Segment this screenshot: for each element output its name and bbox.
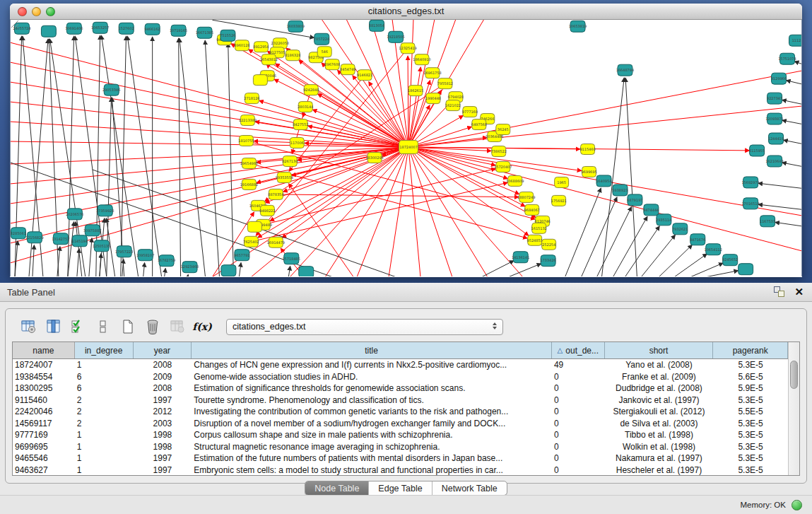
application-window: citations_edges.txt 18724007946582289601… xyxy=(0,0,812,514)
delete-table-button[interactable] xyxy=(143,317,162,336)
table-cell: 6 xyxy=(75,371,134,383)
table-cell: Stergiakouli et al. (2012) xyxy=(605,406,714,418)
close-window-icon[interactable] xyxy=(18,7,27,16)
table-cell: 1 xyxy=(75,441,134,453)
table-cell: 18724007 xyxy=(13,359,75,371)
table-row[interactable]: 946362711997Embryonic stem cells: a mode… xyxy=(13,465,788,477)
table-panel: Table Panel ✕ xyxy=(0,283,812,514)
table-row[interactable]: 1938455462009Genome-wide association stu… xyxy=(13,371,788,383)
table-cell: 2 xyxy=(75,418,134,430)
table-cell: 5.9E-5 xyxy=(713,382,788,395)
column-header-in_degree[interactable]: in_degree xyxy=(75,342,134,358)
table-cell: 9699695 xyxy=(13,441,75,453)
table-header-row: namein_degreeyeartitle△out_de...shortpag… xyxy=(13,342,788,359)
table-settings-button[interactable] xyxy=(20,317,38,336)
table-row[interactable]: 1456911722003Disruption of a novel membe… xyxy=(13,418,788,430)
table-row[interactable]: 911546021997Tourette syndrome. Phenomeno… xyxy=(13,395,788,407)
table-row[interactable]: 2242004622012Investigating the contribut… xyxy=(13,406,788,418)
tab-edge-table[interactable]: Edge Table xyxy=(368,481,431,495)
table-cell: Genome-wide association studies in ADHD. xyxy=(192,371,552,383)
table-row[interactable]: 1872400712008Changes of HCN gene express… xyxy=(13,359,788,371)
new-table-button[interactable] xyxy=(119,317,137,336)
table-toolbar: f(x) citations_edges.txt xyxy=(6,315,806,338)
node-table: namein_degreeyeartitle△out_de...shortpag… xyxy=(12,341,800,476)
scrollbar-thumb[interactable] xyxy=(790,361,798,389)
dropdown-stepper-icon xyxy=(493,322,497,329)
table-cell: Nakamura et al. (1997) xyxy=(605,452,714,465)
select-all-columns-button[interactable] xyxy=(69,317,88,336)
table-cell: Investigating the contribution of common… xyxy=(192,406,552,418)
table-cell: 0 xyxy=(552,371,605,383)
table-cell: 9463627 xyxy=(13,465,75,477)
table-cell: 2008 xyxy=(134,359,192,371)
table-cell: 0 xyxy=(552,441,605,453)
table-vertical-scrollbar[interactable] xyxy=(788,342,799,475)
column-visibility-button[interactable] xyxy=(45,317,63,336)
table-cell: 5.5E-5 xyxy=(713,406,788,418)
zoom-window-icon[interactable] xyxy=(46,7,55,16)
fx-icon: f(x) xyxy=(192,321,212,332)
network-canvas[interactable]: 1872400794658228960128891295423226058912… xyxy=(10,20,802,276)
resize-grip-icon[interactable] xyxy=(10,20,800,275)
minimize-window-icon[interactable] xyxy=(32,7,41,16)
column-header-short[interactable]: short xyxy=(605,342,714,358)
table-cell: Tourette syndrome. Phenomenology and cla… xyxy=(192,395,552,407)
table-cell: 0 xyxy=(552,406,605,418)
column-header-title[interactable]: title xyxy=(192,342,552,358)
table-cell: Corpus callosum shape and size in male p… xyxy=(192,429,552,441)
column-header-name[interactable]: name xyxy=(13,342,75,358)
table-cell: Estimation of the future numbers of pati… xyxy=(192,452,552,465)
table-cell: 0 xyxy=(552,418,605,430)
row-height-button[interactable] xyxy=(94,317,112,336)
status-bar: Memory: OK xyxy=(0,495,812,514)
table-cell: 2 xyxy=(75,395,134,407)
table-cell: Embryonic stem cells: a model to study s… xyxy=(192,465,552,477)
network-window-titlebar[interactable]: citations_edges.txt xyxy=(10,4,802,20)
table-cell: Wolkin et al. (1998) xyxy=(605,441,714,453)
function-builder-button[interactable]: f(x) xyxy=(193,317,211,336)
table-cell: Yano et al. (2008) xyxy=(605,359,714,371)
table-cell: 5.3E-5 xyxy=(713,452,788,465)
tab-node-table[interactable]: Node Table xyxy=(305,481,368,495)
network-window-title: citations_edges.txt xyxy=(10,4,802,19)
table-cell: de Silva et al. (2003) xyxy=(605,418,714,430)
table-cell: 19384554 xyxy=(13,371,75,383)
table-row[interactable]: 969969511998Structural magnetic resonanc… xyxy=(13,441,788,453)
float-panel-icon[interactable] xyxy=(774,286,784,297)
table-cell: 9465546 xyxy=(13,452,75,465)
table-body: 1872400712008Changes of HCN gene express… xyxy=(13,359,788,476)
table-cell: Disruption of a novel member of a sodium… xyxy=(192,418,552,430)
table-selector-dropdown[interactable]: citations_edges.txt xyxy=(226,319,503,335)
table-cell: 1997 xyxy=(134,395,192,407)
column-header-year[interactable]: year xyxy=(134,342,192,358)
tab-network-table[interactable]: Network Table xyxy=(432,481,507,495)
column-header-out_de[interactable]: △out_de... xyxy=(552,342,605,358)
table-cell: Structural magnetic resonance image aver… xyxy=(192,441,552,453)
table-cell: 14569117 xyxy=(13,418,75,430)
table-cell: 2003 xyxy=(134,418,192,430)
table-cell: 2 xyxy=(75,406,134,418)
table-cell: Franke et al. (2009) xyxy=(605,371,714,383)
network-window: citations_edges.txt 18724007946582289601… xyxy=(10,4,802,277)
table-cell: 0 xyxy=(552,465,605,477)
table-cell: 5.6E-5 xyxy=(713,371,788,383)
table-cell: 5.3E-5 xyxy=(713,465,788,477)
table-cell: Hescheler et al. (1997) xyxy=(605,465,714,477)
table-panel-title: Table Panel xyxy=(0,287,55,298)
table-row[interactable]: 977716911998Corpus callosum shape and si… xyxy=(13,429,788,441)
table-cell: 5.3E-5 xyxy=(713,359,788,371)
table-row[interactable]: 1830029562008Estimation of significance … xyxy=(13,382,788,395)
table-cell: Changes of HCN gene expression and I(f) … xyxy=(192,359,552,371)
table-row[interactable]: 946554611997Estimation of the future num… xyxy=(13,452,788,465)
table-cell: 1 xyxy=(75,429,134,441)
close-panel-icon[interactable]: ✕ xyxy=(794,286,804,297)
column-header-pagerank[interactable]: pagerank xyxy=(713,342,788,358)
table-cell: 1997 xyxy=(134,452,192,465)
table-cell: 5.3E-5 xyxy=(713,441,788,453)
table-browser: f(x) citations_edges.txt namein_degreeye… xyxy=(5,308,807,484)
table-cell: 9115460 xyxy=(13,395,75,407)
memory-status-indicator[interactable] xyxy=(792,500,802,510)
table-cell: Tibbo et al. (1998) xyxy=(605,429,714,441)
table-cell: 0 xyxy=(552,382,605,395)
table-cell: 18300295 xyxy=(13,382,75,395)
